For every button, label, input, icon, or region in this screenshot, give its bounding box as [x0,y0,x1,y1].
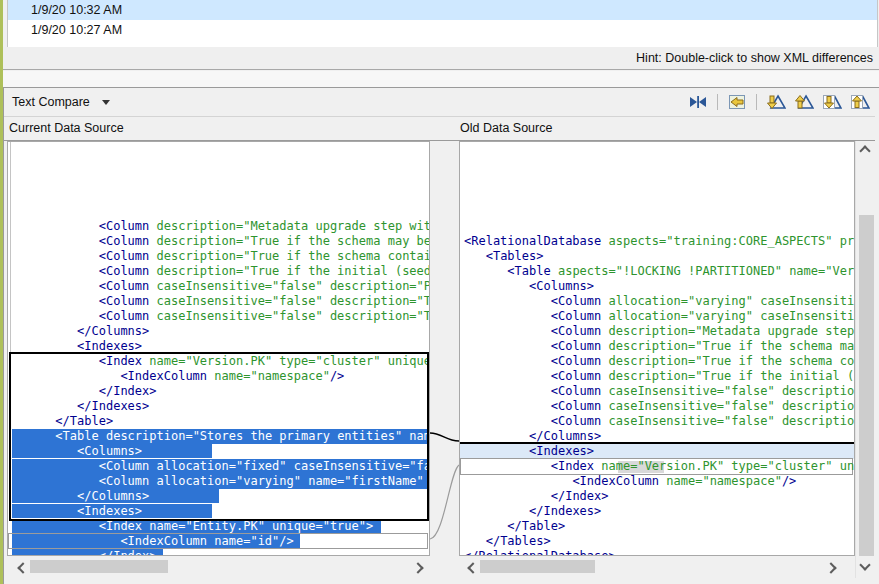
diff-region-edge [10,142,11,352]
copy-all-right-to-left-button[interactable] [726,92,748,112]
right-code-panel[interactable]: <RelationalDatabase aspects="training:CO… [459,141,855,556]
hint-text: Hint: Double-click to show XML differenc… [636,51,873,65]
right-panel-title: Old Data Source [460,116,552,140]
toolbar-separator [717,94,718,110]
compare-mode-dropdown[interactable]: Text Compare [12,88,110,116]
copy-all-right-to-left-icon [728,94,746,110]
right-horizontal-scrollbar[interactable] [459,558,843,576]
previous-change-icon [850,94,870,110]
previous-difference-button[interactable] [793,92,815,112]
panel-headers: Current Data Source Old Data Source [4,116,875,141]
compare-editor: Text Compare [3,87,879,584]
compare-toolbar: Text Compare [4,88,875,117]
right-hscroll-thumb[interactable] [480,560,595,573]
scroll-left-arrow-icon[interactable] [467,562,479,574]
compare-editor-screen: 1/9/20 10:32 AM 1/9/20 10:27 AM Hint: Do… [0,0,879,584]
history-row[interactable]: 1/9/20 10:27 AM [8,20,877,40]
left-code-panel[interactable]: <Column description="Metadata upgrade st… [7,141,430,556]
diff-connector-lines [430,141,459,556]
hint-bar: Hint: Double-click to show XML differenc… [3,47,879,70]
compare-mode-label: Text Compare [12,88,90,116]
next-difference-icon [766,94,786,110]
vertical-scrollbar[interactable] [855,141,877,578]
history-list: 1/9/20 10:32 AM 1/9/20 10:27 AM [7,0,878,47]
previous-difference-icon [794,94,814,110]
left-hscroll-thumb[interactable] [30,560,168,573]
spacer-band [3,71,879,87]
next-change-button[interactable] [821,92,843,112]
next-change-icon [822,94,842,110]
swap-left-right-button[interactable] [687,92,709,112]
toolbar-separator [756,94,757,110]
diff-connector-gutter [430,141,459,556]
left-code-text: <Column description="Metadata upgrade st… [12,219,429,556]
scroll-down-arrow-icon[interactable] [859,559,870,570]
history-timestamp: 1/9/20 10:27 AM [31,23,122,37]
history-row[interactable]: 1/9/20 10:32 AM [8,0,877,20]
scroll-left-arrow-icon[interactable] [17,562,29,574]
vertical-scrollbar-thumb[interactable] [859,215,874,556]
scroll-right-arrow-icon[interactable] [825,562,837,574]
chevron-down-icon [102,100,110,105]
left-horizontal-scrollbar[interactable] [7,558,430,576]
next-difference-button[interactable] [765,92,787,112]
scroll-right-arrow-icon[interactable] [412,562,424,574]
left-panel-title: Current Data Source [9,116,124,140]
scroll-up-arrow-icon[interactable] [859,145,870,156]
previous-change-button[interactable] [849,92,871,112]
swap-left-right-icon [688,95,708,109]
history-timestamp: 1/9/20 10:32 AM [31,3,122,17]
right-code-text: <RelationalDatabase aspects="training:CO… [464,234,854,556]
